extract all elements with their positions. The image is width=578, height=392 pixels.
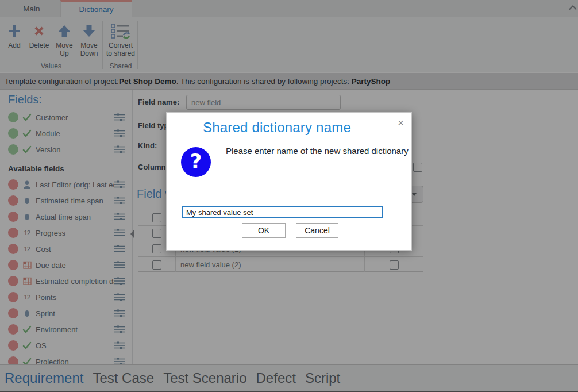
- dialog-message: Please enter name of the new shared dict…: [226, 146, 409, 156]
- application-window: Main Dictionary Add Delete MoveUp: [0, 0, 578, 392]
- cancel-button[interactable]: Cancel: [296, 223, 338, 238]
- shared-dictionary-name-dialog: Shared dictionary name × ? Please enter …: [166, 112, 412, 251]
- dialog-title: Shared dictionary name: [167, 120, 387, 136]
- close-icon[interactable]: ×: [398, 117, 404, 129]
- question-mark-icon: ?: [181, 147, 211, 177]
- shared-dictionary-name-input[interactable]: [182, 206, 383, 218]
- ok-button[interactable]: OK: [242, 223, 286, 238]
